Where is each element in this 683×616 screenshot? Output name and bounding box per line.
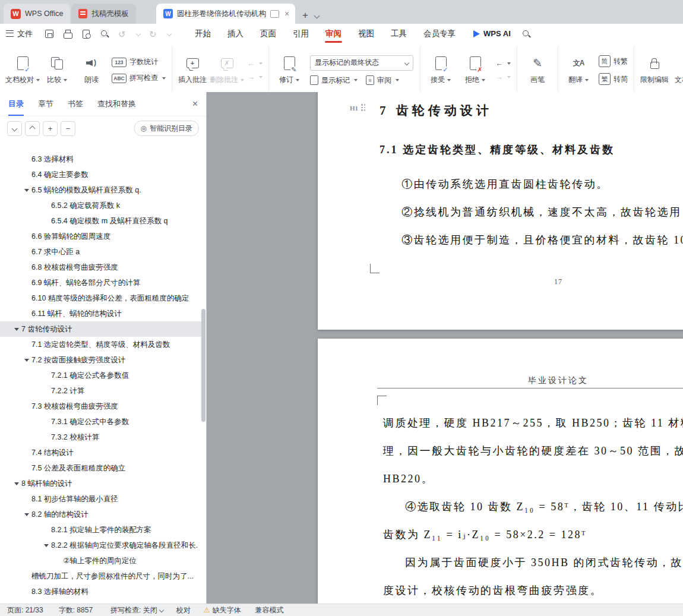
tab-current-document[interactable]: 圆柱形卷绕倍捻机传动机构机 × xyxy=(156,4,295,24)
toc-item[interactable]: 7.3 校核齿根弯曲疲劳强度 xyxy=(0,399,203,414)
markup-state-select[interactable]: 显示标记的最终状态 xyxy=(310,55,413,71)
previous-change-button[interactable]: ← xyxy=(495,59,511,67)
translate-button[interactable]: 翻译 xyxy=(561,46,596,94)
tab-template-store[interactable]: 找稿壳模板 xyxy=(71,4,136,24)
menu-tab[interactable]: 页面 xyxy=(252,24,284,43)
reject-change-button[interactable]: 拒绝 xyxy=(458,46,492,94)
document-canvas[interactable]: H1 7 齿轮传动设计 7.1 选定齿轮类型、精度等级、材料及齿数 ①由传动系统… xyxy=(207,92,683,604)
toc-item[interactable]: 7.4 结构设计 xyxy=(0,445,203,460)
show-markup-button[interactable]: 显示标记 xyxy=(310,75,358,86)
insert-comment-button[interactable]: + 插入批注 xyxy=(175,46,210,94)
page-indicator[interactable]: 页面: 21/33 xyxy=(7,605,43,615)
toc-expand-arrow-icon[interactable] xyxy=(24,359,29,362)
toc-item[interactable]: 8.1 初步估算轴的最小直径 xyxy=(0,491,203,507)
menu-tab[interactable]: 会员专享 xyxy=(415,24,464,43)
panel-tab[interactable]: 章节 xyxy=(38,92,53,116)
toc-item[interactable]: ②轴上零件的周向定位 xyxy=(0,553,203,568)
close-tab-button[interactable]: × xyxy=(283,10,290,18)
missing-font-warning[interactable]: 缺失字体 xyxy=(204,605,241,615)
spellcheck-indicator[interactable]: 拼写检查: 关闭 xyxy=(110,605,163,615)
redo-icon[interactable] xyxy=(149,29,159,39)
document-page-1[interactable]: H1 7 齿轮传动设计 7.1 选定齿轮类型、精度等级、材料及齿数 ①由传动系统… xyxy=(318,92,683,330)
proofread-button[interactable]: 校对 xyxy=(176,605,191,615)
toc-item[interactable]: 7.2 按齿面接触疲劳强度设计 xyxy=(0,352,203,368)
toc-item[interactable]: 6.4 确定主要参数 xyxy=(0,167,203,182)
tab-list-dropdown[interactable] xyxy=(314,10,324,24)
save-icon[interactable] xyxy=(45,29,54,39)
toc-item[interactable]: 6.9 蜗杆、蜗轮各部分尺寸的计算 xyxy=(0,275,203,290)
new-tab-button[interactable]: + xyxy=(295,10,314,24)
panel-tab[interactable]: 书签 xyxy=(68,92,83,116)
print-icon[interactable] xyxy=(63,29,72,39)
toc-item[interactable]: 7.2.1 确定公式各参数值 xyxy=(0,368,203,383)
toc-item[interactable]: 6.11 蜗杆、蜗轮的结构设计 xyxy=(0,306,203,321)
encrypt-document-button[interactable]: 文档加密 xyxy=(672,46,683,94)
search-icon[interactable] xyxy=(521,29,531,39)
file-menu-button[interactable]: 文件 xyxy=(6,29,33,39)
restrict-editing-button[interactable]: 限制编辑 xyxy=(637,46,672,94)
toc-item[interactable]: 8.2.2 根据轴向定位要求确定轴各段直径和长... xyxy=(0,538,203,553)
tab-wps-office[interactable]: WPS Office xyxy=(4,4,70,24)
toc-expand-arrow-icon[interactable] xyxy=(24,189,29,192)
toc-item[interactable]: 6.3 选择材料 xyxy=(0,151,203,167)
read-aloud-button[interactable]: 朗读 xyxy=(74,46,109,94)
word-count-button[interactable]: 123 字数统计 xyxy=(112,57,166,67)
menu-tab[interactable]: 插入 xyxy=(219,24,252,43)
to-simplified-button[interactable]: 繁 转简 xyxy=(599,73,628,85)
doc-proofread-button[interactable]: 文档校对 xyxy=(5,46,40,94)
menu-tab[interactable]: 开始 xyxy=(186,24,219,43)
toc-item[interactable]: 7.5 公差及表面粗糙度的确立 xyxy=(0,460,203,476)
panel-tab[interactable]: 查找和替换 xyxy=(97,92,136,116)
toc-item[interactable]: 8.3 选择轴的材料 xyxy=(0,584,203,599)
menu-tab[interactable]: 工具 xyxy=(382,24,415,43)
toc-item[interactable]: 6.5.4 确定模数 m 及蜗杆直径系数 q xyxy=(0,213,203,229)
toc-item[interactable]: 槽铣刀加工，尺寸参照标准件的尺寸，同时为了... xyxy=(0,568,203,584)
expand-all-button[interactable] xyxy=(25,121,40,136)
toc-item[interactable]: 6.7 求中心距 a xyxy=(0,244,203,260)
toc-item[interactable]: 6.5 蜗轮的模数及蜗杆直径系数 q. xyxy=(0,182,203,198)
compat-mode-indicator[interactable]: 兼容模式 xyxy=(255,605,284,615)
toc-item[interactable]: 6.10 精度等级的选择和公差，表面粗糙度的确定 xyxy=(0,290,203,306)
close-panel-button[interactable]: × xyxy=(192,99,198,109)
accept-change-button[interactable]: 接受 xyxy=(423,46,458,94)
toc-expand-arrow-icon[interactable] xyxy=(14,328,19,331)
undo-dropdown-icon[interactable] xyxy=(136,31,141,36)
undo-icon[interactable] xyxy=(118,29,128,39)
toc-item[interactable]: 7.3.2 校核计算 xyxy=(0,429,203,445)
sidebar-scrollbar[interactable] xyxy=(201,309,205,422)
to-traditional-button[interactable]: 简 转繁 xyxy=(599,55,628,67)
track-changes-button[interactable]: 修订 xyxy=(272,46,306,94)
collapse-all-button[interactable] xyxy=(7,121,22,136)
toc-item[interactable]: 7 齿轮传动设计 xyxy=(0,321,203,337)
toc-item[interactable]: 6.8 校核齿根弯曲疲劳强度 xyxy=(0,260,203,275)
spell-check-button[interactable]: ABC 拼写检查 xyxy=(112,73,166,83)
smart-toc-button[interactable]: 智能识别目录 xyxy=(134,121,199,136)
drag-handle-icon[interactable] xyxy=(361,104,366,112)
redo-dropdown-icon[interactable] xyxy=(167,31,172,36)
menu-tab[interactable]: 审阅 xyxy=(317,24,350,43)
toc-item[interactable]: 7.1 选定齿轮类型、精度等级、材料及齿数 xyxy=(0,337,203,352)
toc-expand-arrow-icon[interactable] xyxy=(24,513,29,516)
toc-item[interactable]: 7.2.2 计算 xyxy=(0,383,203,399)
next-comment-button[interactable]: → xyxy=(247,73,263,81)
compare-button[interactable]: 比较 xyxy=(40,46,74,94)
toc-item[interactable]: 6.5.2 确定载荷系数 k xyxy=(0,198,203,213)
menu-tab[interactable]: 引用 xyxy=(284,24,317,43)
toc-item[interactable]: 8.2 轴的结构设计 xyxy=(0,507,203,522)
collapse-level-button[interactable]: − xyxy=(61,121,75,136)
toc-item[interactable]: 7.3.1 确定公式中各参数 xyxy=(0,414,203,429)
review-pane-button[interactable]: 审阅 xyxy=(366,75,399,86)
previous-comment-button[interactable]: ← xyxy=(247,59,263,67)
next-change-button[interactable]: → xyxy=(495,73,511,81)
menu-tab[interactable]: 视图 xyxy=(350,24,382,43)
toc-item[interactable]: 8.2.1 拟定轴上零件的装配方案 xyxy=(0,522,203,538)
wps-ai-button[interactable]: WPS AI xyxy=(473,29,511,38)
toc-expand-arrow-icon[interactable] xyxy=(44,544,49,547)
delete-comment-button[interactable]: ✗ 删除批注 xyxy=(210,46,244,94)
panel-tab[interactable]: 目录 xyxy=(8,92,24,116)
document-page-2[interactable]: 毕业设计论文 调质处理，硬度 HB217～255，取 HB250；齿轮 11 材… xyxy=(318,339,683,604)
find-replace-icon[interactable] xyxy=(100,29,109,39)
toc-expand-arrow-icon[interactable] xyxy=(14,482,19,485)
toc-item[interactable]: 6.6 验算蜗轮的圆周速度 xyxy=(0,229,203,244)
expand-level-button[interactable]: + xyxy=(43,121,58,136)
